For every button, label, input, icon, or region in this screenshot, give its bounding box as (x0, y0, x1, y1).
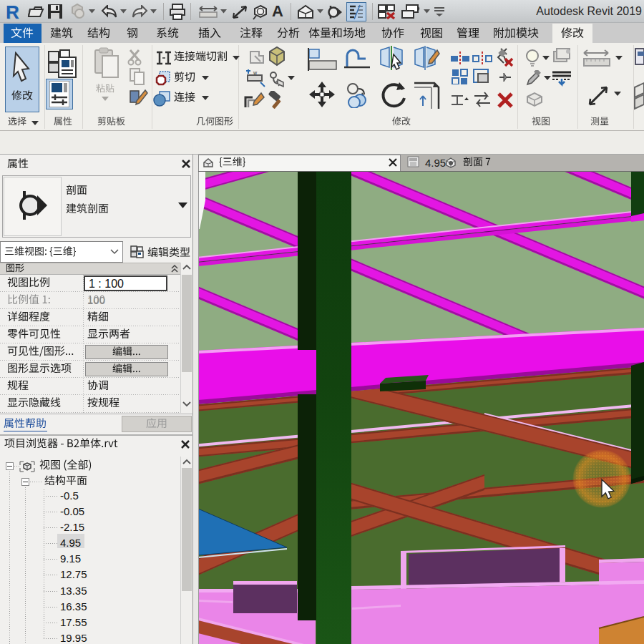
svg-text:w: w (253, 70, 258, 75)
